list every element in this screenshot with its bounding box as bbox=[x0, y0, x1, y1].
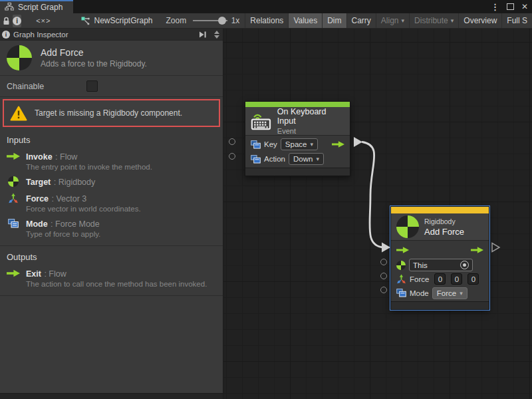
tab-script-graph[interactable]: Script Graph bbox=[0, 0, 73, 13]
info-icon: i bbox=[2, 31, 10, 39]
input-item-target: Target : Rigidbody bbox=[0, 173, 223, 190]
dim-button[interactable]: Dim bbox=[322, 13, 346, 28]
overview-button[interactable]: Overview bbox=[458, 13, 501, 28]
outputs-header: Outputs bbox=[0, 246, 223, 265]
graph-asset-name: NewScriptGraph bbox=[94, 16, 152, 25]
relations-button[interactable]: Relations bbox=[245, 13, 288, 28]
zoom-slider[interactable] bbox=[193, 16, 227, 25]
graph-asset[interactable]: NewScriptGraph bbox=[81, 16, 152, 25]
mode-dropdown[interactable]: Force ▾ bbox=[432, 287, 467, 299]
warning-box: Target is missing a Rigidbody component. bbox=[3, 99, 220, 127]
node-add-force[interactable]: Rigidbody Add Force This bbox=[390, 206, 489, 310]
flow-connection-wire[interactable] bbox=[362, 142, 383, 248]
flow-arrow-icon bbox=[7, 152, 20, 160]
script-graph-tab-icon bbox=[5, 3, 14, 13]
enum-icon bbox=[396, 289, 406, 297]
key-dropdown[interactable]: Space ▾ bbox=[281, 138, 318, 150]
flow-output-arrow-icon[interactable] bbox=[471, 247, 483, 254]
force-label: Force bbox=[410, 275, 429, 283]
flow-port-triangle[interactable] bbox=[354, 137, 362, 147]
vector3-icon bbox=[8, 193, 19, 203]
outputs-section: Outputs Exit : Flow The action to call o… bbox=[0, 246, 223, 296]
flow-port-triangle[interactable] bbox=[382, 243, 390, 253]
node-title: Add Force bbox=[424, 227, 464, 237]
zoom-slider-handle[interactable] bbox=[218, 17, 226, 25]
unit-description: Adds a force to the Rigidbody. bbox=[41, 59, 147, 68]
lock-button[interactable] bbox=[3, 15, 10, 27]
port-circle[interactable] bbox=[229, 153, 235, 160]
chainable-label: Chainable bbox=[7, 82, 86, 91]
target-picker-icon[interactable] bbox=[460, 261, 469, 269]
mode-label: Mode bbox=[410, 289, 429, 297]
chainable-checkbox[interactable] bbox=[86, 80, 98, 92]
port-circle[interactable] bbox=[380, 259, 387, 265]
action-dropdown[interactable]: Down ▾ bbox=[289, 153, 324, 165]
force-y-input[interactable]: 0 bbox=[451, 273, 462, 285]
node-footer bbox=[245, 168, 350, 176]
unit-title: Add Force bbox=[41, 47, 147, 58]
event-node-strip bbox=[245, 102, 350, 107]
node-body: Key Space ▾ Action Down ▾ bbox=[245, 136, 350, 168]
chevron-down-icon: ▾ bbox=[402, 17, 405, 24]
inputs-section: Inputs Invoke : Flow The entry point to … bbox=[0, 129, 223, 246]
action-label: Action bbox=[264, 155, 285, 163]
graph-toolbar: i <×> NewScriptGraph Zoom 1x Relations V… bbox=[0, 13, 532, 29]
carry-button[interactable]: Carry bbox=[346, 13, 376, 28]
tab-title: Script Graph bbox=[18, 3, 63, 12]
force-z-input[interactable]: 0 bbox=[467, 273, 479, 285]
port-circle[interactable] bbox=[380, 273, 387, 279]
dropdown-caret-icon: ▾ bbox=[460, 290, 463, 297]
inspector-scroll-spinner[interactable] bbox=[214, 31, 219, 39]
force-row: Force 0 0 0 bbox=[391, 272, 489, 286]
enum-icon bbox=[251, 155, 261, 164]
node-on-keyboard-input[interactable]: On Keyboard Input Event Key Space ▾ bbox=[245, 101, 350, 176]
inspector-toggle-button[interactable]: i bbox=[13, 15, 21, 27]
node-header: On Keyboard Input Event bbox=[245, 107, 350, 136]
target-object-field[interactable]: This bbox=[409, 259, 473, 271]
scroll-down-icon[interactable] bbox=[214, 35, 219, 39]
target-row: This bbox=[391, 258, 489, 272]
distribute-button[interactable]: Distribute▾ bbox=[409, 13, 458, 28]
rigidbody-icon bbox=[396, 261, 406, 270]
vector3-icon bbox=[396, 274, 406, 284]
enum-icon bbox=[8, 219, 19, 228]
key-row: Key Space ▾ bbox=[245, 137, 350, 152]
flow-row bbox=[391, 242, 489, 258]
dropdown-caret-icon: ▾ bbox=[316, 156, 319, 162]
collapse-inspector-icon[interactable] bbox=[198, 31, 207, 38]
graph-canvas[interactable]: On Keyboard Input Event Key Space ▾ bbox=[223, 29, 532, 399]
input-item-force: Force : Vector 3 Force vector in world c… bbox=[0, 190, 223, 215]
flow-port-triangle-empty[interactable] bbox=[492, 243, 499, 252]
force-x-input[interactable]: 0 bbox=[434, 273, 446, 285]
port-circle[interactable] bbox=[380, 287, 387, 293]
kebab-menu-icon[interactable]: ⋮ bbox=[491, 3, 499, 11]
node-title: On Keyboard Input bbox=[277, 107, 344, 126]
align-button[interactable]: Align▾ bbox=[376, 13, 409, 28]
flow-input-arrow-icon[interactable] bbox=[396, 247, 409, 254]
node-footer bbox=[391, 301, 489, 309]
output-item-exit: Exit : Flow The action to call once the … bbox=[0, 265, 223, 290]
dropdown-caret-icon: ▾ bbox=[310, 141, 313, 148]
graph-asset-icon bbox=[81, 17, 90, 25]
node-subtitle: Event bbox=[277, 127, 344, 135]
action-row: Action Down ▾ bbox=[245, 152, 350, 166]
code-view-button[interactable]: <×> bbox=[36, 17, 51, 25]
keyboard-icon bbox=[251, 111, 272, 131]
inspector-title: Graph Inspector bbox=[13, 31, 68, 39]
zoom-label: Zoom bbox=[166, 16, 187, 25]
node-group: Rigidbody bbox=[424, 217, 464, 225]
close-icon[interactable]: ✕ bbox=[521, 3, 528, 11]
inputs-header: Inputs bbox=[0, 129, 223, 148]
input-item-mode: Mode : Force Mode Type of force to apply… bbox=[0, 215, 223, 240]
values-button[interactable]: Values bbox=[288, 13, 322, 28]
scroll-up-icon[interactable] bbox=[214, 31, 219, 34]
fullscreen-button[interactable]: Full S bbox=[501, 13, 532, 28]
inspector-bottom-strip bbox=[0, 393, 223, 399]
node-body: This Force 0 0 0 bbox=[391, 241, 489, 301]
graph-inspector-panel: i Graph Inspector Add Force Adds a force… bbox=[0, 29, 223, 399]
code-icon: <×> bbox=[36, 17, 51, 25]
flow-output-arrow-icon[interactable] bbox=[332, 141, 344, 148]
port-circle[interactable] bbox=[229, 138, 235, 145]
toolbar-button-group: Relations Values Dim Carry Align▾ Distri… bbox=[245, 13, 532, 28]
maximize-icon[interactable] bbox=[507, 3, 514, 10]
